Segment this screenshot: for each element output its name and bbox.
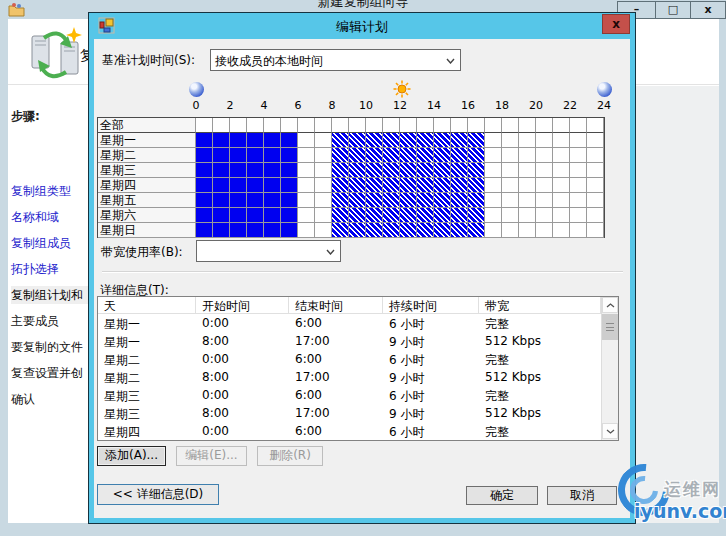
table-row[interactable]: 星期三8:0017:009 小时512 Kbps <box>98 404 618 422</box>
schedule-cell[interactable] <box>519 163 536 178</box>
schedule-cell[interactable] <box>468 148 485 163</box>
schedule-cell[interactable] <box>400 148 417 163</box>
schedule-cell[interactable] <box>417 193 434 208</box>
schedule-cell[interactable] <box>366 148 383 163</box>
schedule-cell[interactable] <box>417 208 434 223</box>
schedule-cell[interactable] <box>553 163 570 178</box>
schedule-cell[interactable] <box>196 193 213 208</box>
schedule-cell[interactable] <box>281 193 298 208</box>
schedule-cell[interactable] <box>434 193 451 208</box>
schedule-cell[interactable] <box>570 148 587 163</box>
schedule-cell[interactable] <box>315 193 332 208</box>
schedule-cell[interactable] <box>434 133 451 148</box>
schedule-cell[interactable] <box>366 208 383 223</box>
scroll-up-button[interactable] <box>602 297 618 313</box>
table-row[interactable]: 星期四0:006:006 小时完整 <box>98 422 618 440</box>
schedule-cell[interactable] <box>264 148 281 163</box>
schedule-cell[interactable] <box>264 133 281 148</box>
schedule-cell[interactable] <box>230 163 247 178</box>
schedule-cell[interactable] <box>281 178 298 193</box>
schedule-cell[interactable] <box>315 163 332 178</box>
schedule-cell[interactable] <box>587 118 604 133</box>
schedule-cell[interactable] <box>264 193 281 208</box>
schedule-cell[interactable] <box>281 223 298 238</box>
schedule-cell[interactable] <box>247 133 264 148</box>
schedule-cell[interactable] <box>519 118 536 133</box>
schedule-cell[interactable] <box>383 208 400 223</box>
schedule-cell[interactable] <box>502 208 519 223</box>
schedule-cell[interactable] <box>315 223 332 238</box>
schedule-cell[interactable] <box>230 208 247 223</box>
schedule-cell[interactable] <box>349 163 366 178</box>
add-button[interactable]: 添加(A)... <box>97 446 166 466</box>
schedule-cell[interactable] <box>468 178 485 193</box>
schedule-row-label[interactable]: 全部 <box>98 118 196 133</box>
schedule-cell[interactable] <box>230 223 247 238</box>
schedule-cell[interactable] <box>485 178 502 193</box>
schedule-cell[interactable] <box>264 223 281 238</box>
schedule-cell[interactable] <box>417 133 434 148</box>
schedule-cell[interactable] <box>553 208 570 223</box>
schedule-cell[interactable] <box>349 208 366 223</box>
schedule-row-label[interactable]: 星期六 <box>98 208 196 223</box>
schedule-cell[interactable] <box>587 178 604 193</box>
schedule-cell[interactable] <box>230 178 247 193</box>
schedule-cell[interactable] <box>332 133 349 148</box>
cancel-button[interactable]: 取消 <box>547 486 617 505</box>
schedule-cell[interactable] <box>298 178 315 193</box>
schedule-cell[interactable] <box>213 208 230 223</box>
schedule-cell[interactable] <box>298 208 315 223</box>
table-header-4[interactable]: 持续时间 <box>383 297 479 313</box>
schedule-cell[interactable] <box>247 118 264 133</box>
schedule-cell[interactable] <box>417 148 434 163</box>
schedule-cell[interactable] <box>366 193 383 208</box>
schedule-cell[interactable] <box>366 223 383 238</box>
schedule-cell[interactable] <box>519 178 536 193</box>
schedule-cell[interactable] <box>553 118 570 133</box>
schedule-cell[interactable] <box>281 133 298 148</box>
schedule-cell[interactable] <box>298 193 315 208</box>
schedule-cell[interactable] <box>434 208 451 223</box>
schedule-cell[interactable] <box>400 133 417 148</box>
schedule-cell[interactable] <box>468 223 485 238</box>
schedule-cell[interactable] <box>298 148 315 163</box>
schedule-cell[interactable] <box>281 148 298 163</box>
schedule-cell[interactable] <box>519 148 536 163</box>
schedule-cell[interactable] <box>332 163 349 178</box>
schedule-cell[interactable] <box>536 193 553 208</box>
schedule-cell[interactable] <box>485 133 502 148</box>
schedule-cell[interactable] <box>468 133 485 148</box>
schedule-cell[interactable] <box>366 118 383 133</box>
schedule-cell[interactable] <box>536 178 553 193</box>
schedule-cell[interactable] <box>247 223 264 238</box>
schedule-cell[interactable] <box>400 178 417 193</box>
schedule-cell[interactable] <box>570 163 587 178</box>
schedule-cell[interactable] <box>400 193 417 208</box>
schedule-cell[interactable] <box>281 208 298 223</box>
schedule-cell[interactable] <box>213 193 230 208</box>
schedule-cell[interactable] <box>349 133 366 148</box>
schedule-cell[interactable] <box>485 163 502 178</box>
schedule-cell[interactable] <box>434 178 451 193</box>
table-header-5[interactable]: 带宽 <box>479 297 601 313</box>
schedule-cell[interactable] <box>349 223 366 238</box>
schedule-cell[interactable] <box>587 133 604 148</box>
schedule-cell[interactable] <box>230 193 247 208</box>
schedule-cell[interactable] <box>434 148 451 163</box>
schedule-cell[interactable] <box>196 163 213 178</box>
schedule-cell[interactable] <box>553 148 570 163</box>
base-time-combobox[interactable]: 接收成员的本地时间 <box>210 49 461 71</box>
schedule-cell[interactable] <box>417 178 434 193</box>
scrollbar-thumb[interactable] <box>602 314 618 340</box>
schedule-cell[interactable] <box>247 148 264 163</box>
schedule-cell[interactable] <box>298 163 315 178</box>
table-row[interactable]: 星期二0:006:006 小时完整 <box>98 350 618 368</box>
schedule-cell[interactable] <box>383 163 400 178</box>
schedule-cell[interactable] <box>383 178 400 193</box>
schedule-cell[interactable] <box>400 118 417 133</box>
schedule-cell[interactable] <box>417 163 434 178</box>
schedule-cell[interactable] <box>587 163 604 178</box>
schedule-cell[interactable] <box>247 193 264 208</box>
schedule-cell[interactable] <box>553 133 570 148</box>
schedule-cell[interactable] <box>451 193 468 208</box>
